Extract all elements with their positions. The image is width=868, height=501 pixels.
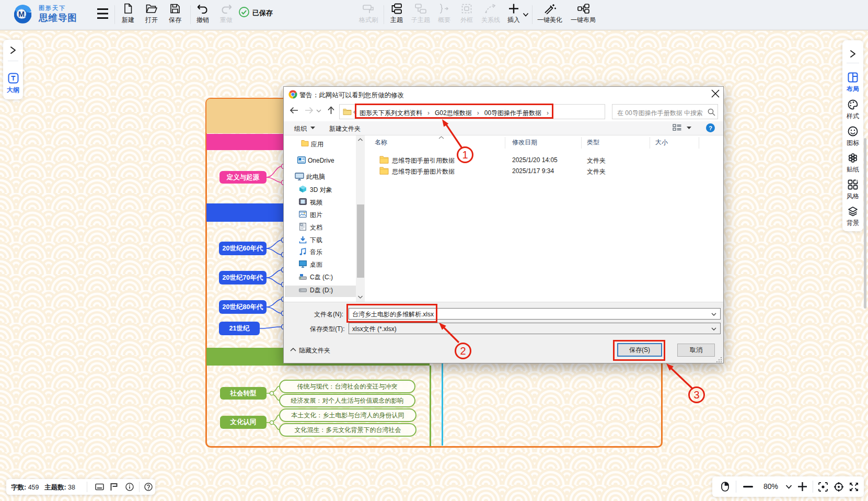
- svg-text:?: ?: [709, 125, 712, 131]
- svg-text:M: M: [18, 10, 25, 18]
